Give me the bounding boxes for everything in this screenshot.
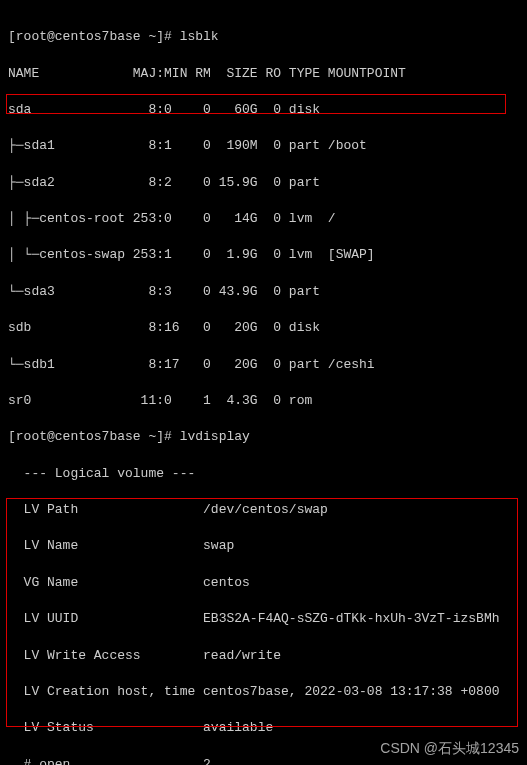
lv-field: LV Creation host, time centos7base, 2022…	[0, 683, 527, 701]
lv-field: LV Status available	[0, 719, 527, 737]
lsblk-row: sdb 8:16 0 20G 0 disk	[0, 319, 527, 337]
lv-header: --- Logical volume ---	[0, 465, 527, 483]
lv-field: VG Name centos	[0, 574, 527, 592]
lsblk-row: │ └─centos-swap 253:1 0 1.9G 0 lvm [SWAP…	[0, 246, 527, 264]
lsblk-row-highlighted: │ ├─centos-root 253:0 0 14G 0 lvm /	[0, 210, 527, 228]
lsblk-row: └─sdb1 8:17 0 20G 0 part /ceshi	[0, 356, 527, 374]
shell-prompt: [root@centos7base ~]#	[8, 429, 180, 444]
terminal-output[interactable]: [root@centos7base ~]# lsblk NAME MAJ:MIN…	[0, 0, 527, 765]
lv-field: LV Name swap	[0, 537, 527, 555]
lsblk-row: └─sda3 8:3 0 43.9G 0 part	[0, 283, 527, 301]
shell-prompt: [root@centos7base ~]#	[8, 29, 180, 44]
command-line: [root@centos7base ~]# lvdisplay	[0, 428, 527, 446]
watermark-text: CSDN @石头城12345	[380, 739, 519, 759]
command-text: lvdisplay	[180, 429, 250, 444]
lsblk-row: sda 8:0 0 60G 0 disk	[0, 101, 527, 119]
lv-field: LV Write Access read/write	[0, 647, 527, 665]
command-line: [root@centos7base ~]# lsblk	[0, 28, 527, 46]
lsblk-row: ├─sda1 8:1 0 190M 0 part /boot	[0, 137, 527, 155]
command-text: lsblk	[180, 29, 219, 44]
lv-field: LV Path /dev/centos/swap	[0, 501, 527, 519]
lsblk-row: sr0 11:0 1 4.3G 0 rom	[0, 392, 527, 410]
lv-field: LV UUID EB3S2A-F4AQ-sSZG-dTKk-hxUh-3VzT-…	[0, 610, 527, 628]
lsblk-row: ├─sda2 8:2 0 15.9G 0 part	[0, 174, 527, 192]
lsblk-header: NAME MAJ:MIN RM SIZE RO TYPE MOUNTPOINT	[0, 65, 527, 83]
